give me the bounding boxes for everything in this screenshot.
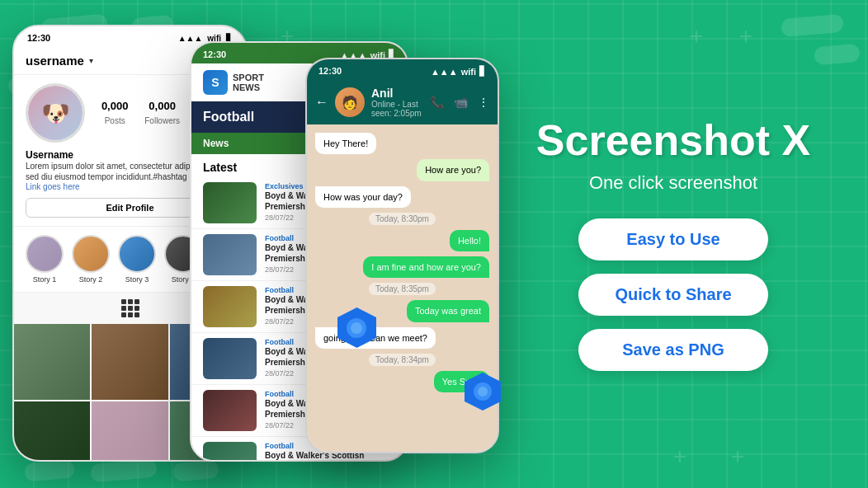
chat-battery-icon: ▋: [479, 66, 486, 77]
app-subtitle: One click screenshot: [589, 172, 757, 194]
ig-posts-label: Posts: [105, 116, 125, 125]
chat-call-icon[interactable]: 📞: [430, 96, 444, 109]
ig-photo-5[interactable]: [92, 401, 167, 462]
news-thumb-5: [203, 390, 257, 431]
chat-divider-2: Today, 8:35pm: [369, 283, 436, 295]
main-container: 12:30 ▲▲▲ wifi ▋ username ▾ ⊞ ≡: [0, 0, 868, 488]
chat-msg-6: Today was great: [407, 300, 489, 321]
chat-header-icons: 📞 📹 ⋮: [430, 96, 489, 109]
ig-grid-icon: [121, 299, 139, 317]
ig-story-3[interactable]: Story 3: [118, 235, 156, 284]
chat-more-icon[interactable]: ⋮: [478, 96, 489, 109]
ig-avatar-image: 🐶: [28, 86, 83, 140]
svg-point-2: [351, 322, 362, 334]
ig-story-1-label: Story 1: [26, 275, 64, 284]
news-time: 12:30: [203, 49, 226, 60]
chat-signal-icon: ▲▲▲: [431, 67, 458, 77]
chat-header: ← 🧑 Anil Online - Last seen: 2:05pm 📞 📹 …: [307, 80, 498, 124]
chat-user-info: Anil Online - Last seen: 2:05pm: [371, 87, 423, 118]
ig-avatar: 🐶: [26, 83, 85, 143]
news-latest-label: Latest: [203, 161, 237, 174]
chat-msg-1: Hey There!: [315, 133, 376, 154]
chat-divider-1: Today, 8:30pm: [369, 213, 436, 225]
chat-msg-2: How are you?: [417, 159, 489, 181]
mascot-chat: [462, 371, 503, 412]
news-logo-icon: S: [203, 70, 228, 95]
news-thumb-1: [203, 182, 257, 223]
chat-contact-avatar: 🧑: [335, 87, 365, 117]
chat-msg-3: How was your day?: [315, 186, 411, 208]
feature-buttons: Easy to Use Quick to Share Save as PNG: [503, 218, 843, 371]
chat-status-bar: 12:30 ▲▲▲ wifi ▋: [307, 59, 498, 80]
news-thumb-4: [203, 338, 257, 379]
ig-story-3-label: Story 3: [118, 275, 156, 284]
chat-contact-name: Anil: [371, 87, 423, 100]
app-title: Screenshot X: [536, 117, 810, 164]
feature-easy-to-use[interactable]: Easy to Use: [578, 218, 768, 260]
news-thumb-2: [203, 234, 257, 275]
ig-username-row: username ▾: [26, 54, 93, 68]
svg-point-5: [478, 387, 488, 396]
ig-followers-stat: 0,000 Followers: [144, 100, 180, 127]
feature-quick-to-share[interactable]: Quick to Share: [578, 274, 768, 316]
chat-wifi-icon: wifi: [461, 67, 476, 77]
ig-story-1[interactable]: Story 1: [26, 235, 64, 284]
ig-followers-count: 0,000: [144, 100, 180, 112]
news-logo: S SPORTNEWS: [203, 70, 264, 95]
news-thumb-6: [203, 442, 257, 462]
news-thumb-3: [203, 286, 257, 327]
chat-msg-4: Hello!: [450, 230, 489, 251]
chat-back-icon[interactable]: ←: [315, 95, 328, 110]
ig-username: username: [26, 54, 84, 68]
right-section: Screenshot X One click screenshot Easy t…: [479, 101, 868, 387]
news-nav-news[interactable]: News: [203, 138, 229, 149]
ig-time: 12:30: [27, 33, 50, 43]
ig-photo-4[interactable]: [14, 401, 90, 462]
ig-posts-count: 0,000: [101, 100, 129, 112]
ig-story-2-label: Story 2: [72, 275, 110, 284]
chat-video-icon[interactable]: 📹: [454, 96, 468, 109]
ig-followers-label: Followers: [144, 116, 180, 125]
chat-msg-5: I am fine and how are you?: [363, 256, 489, 278]
mascot-news: [334, 305, 380, 350]
ig-posts-stat: 0,000 Posts: [101, 100, 129, 127]
ig-signal-icon: ▲▲▲: [178, 34, 203, 43]
news-logo-text: SPORTNEWS: [233, 73, 264, 92]
chat-contact-status: Online - Last seen: 2:05pm: [371, 100, 423, 118]
chat-time: 12:30: [318, 66, 342, 77]
chat-divider-3: Today, 8:34pm: [369, 354, 436, 366]
ig-photo-2[interactable]: [92, 324, 167, 400]
feature-save-as-png[interactable]: Save as PNG: [578, 329, 768, 371]
ig-photo-1[interactable]: [14, 324, 90, 400]
ig-dropdown-icon[interactable]: ▾: [89, 56, 93, 65]
ig-story-2[interactable]: Story 2: [72, 235, 110, 284]
phones-section: 12:30 ▲▲▲ wifi ▋ username ▾ ⊞ ≡: [0, 0, 479, 488]
